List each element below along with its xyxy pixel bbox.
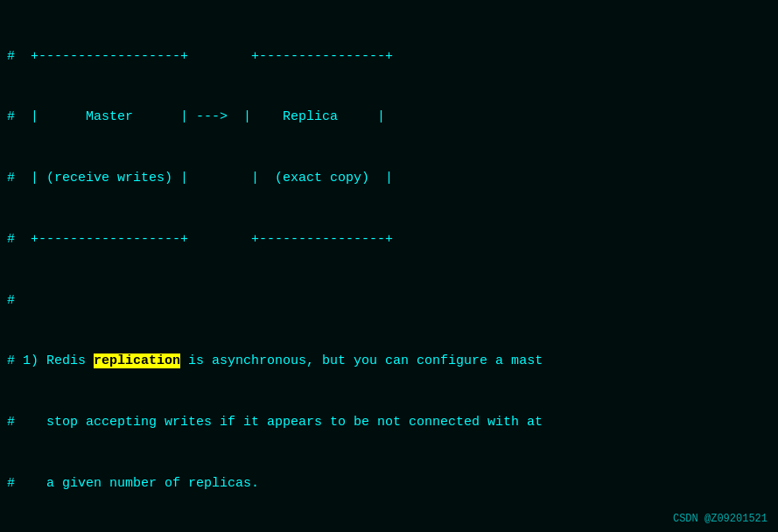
line-1: # +------------------+ +----------------…: [7, 46, 771, 66]
highlight-replication-1: replication: [94, 354, 180, 368]
line-4: # +------------------+ +----------------…: [7, 229, 771, 249]
watermark: CSDN @Z09201521: [673, 513, 767, 525]
line-5: #: [7, 290, 771, 311]
line-7: # stop accepting writes if it appears to…: [7, 412, 771, 432]
line-3: # | (receive writes) | | (exact copy) |: [7, 168, 771, 188]
terminal-window: # +------------------+ +----------------…: [0, 0, 778, 532]
line-2: # | Master | ---> | Replica |: [7, 107, 771, 127]
line-8: # a given number of replicas.: [7, 473, 771, 494]
line-6: # 1) Redis replication is asynchronous, …: [7, 351, 771, 371]
